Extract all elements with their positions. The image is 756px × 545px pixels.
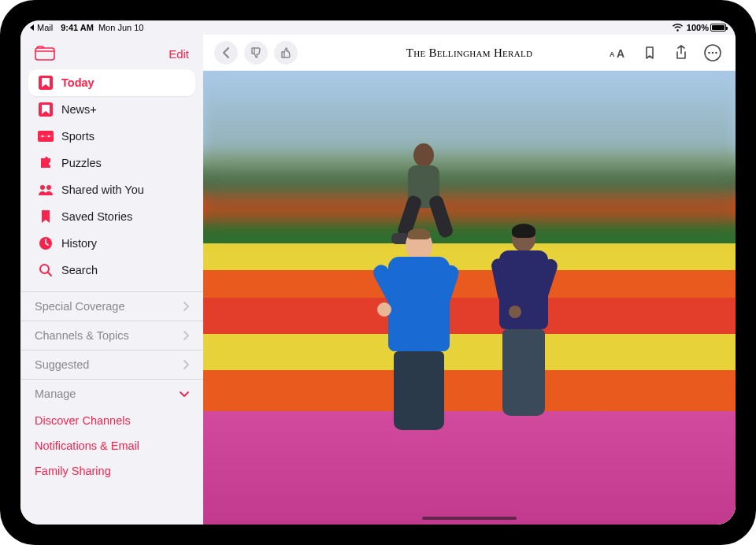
text-size-icon: AA xyxy=(610,46,627,59)
svg-point-14 xyxy=(708,51,710,54)
thumbs-down-icon xyxy=(250,46,262,59)
status-time: 9:41 AM xyxy=(61,23,94,32)
sidebar-header: Edit xyxy=(20,38,203,69)
text-size-button[interactable]: AA xyxy=(606,41,630,65)
chevron-left-icon xyxy=(222,47,230,58)
edit-button[interactable]: Edit xyxy=(169,47,189,61)
wifi-icon xyxy=(672,24,684,32)
section-label: Channels & Topics xyxy=(35,329,129,342)
chevron-right-icon xyxy=(183,360,189,369)
puzzle-icon xyxy=(38,155,54,171)
image-figure xyxy=(406,230,450,430)
section-label: Manage xyxy=(35,387,76,400)
manage-family-sharing[interactable]: Family Sharing xyxy=(20,458,203,484)
manage-item-label: Family Sharing xyxy=(35,465,111,477)
news-icon xyxy=(38,75,54,91)
back-button[interactable] xyxy=(214,41,238,65)
sidebar-item-label: Puzzles xyxy=(61,157,102,169)
share-icon xyxy=(675,45,687,61)
manage-notifications-email[interactable]: Notifications & Email xyxy=(20,433,203,458)
chevron-right-icon xyxy=(183,302,189,311)
section-special-coverage[interactable]: Special Coverage xyxy=(20,291,203,321)
sports-icon xyxy=(38,128,54,144)
search-icon xyxy=(38,262,54,278)
battery-icon xyxy=(710,24,726,32)
status-right: 100% xyxy=(672,23,726,32)
thumbs-up-icon xyxy=(280,46,292,59)
section-label: Special Coverage xyxy=(35,300,124,313)
image-figure xyxy=(413,143,439,208)
device-frame: Mail 9:41 AM Mon Jun 10 100% xyxy=(0,0,756,545)
status-date: Mon Jun 10 xyxy=(98,23,143,32)
status-left: Mail 9:41 AM Mon Jun 10 xyxy=(30,23,143,32)
svg-point-15 xyxy=(712,51,714,54)
section-suggested[interactable]: Suggested xyxy=(20,350,203,379)
ellipsis-circle-icon xyxy=(704,44,721,61)
manage-list: Discover Channels Notifications & Email … xyxy=(20,408,203,484)
back-to-app-caret-icon[interactable] xyxy=(30,24,34,31)
clock-icon xyxy=(38,235,54,251)
sidebar-item-label: Search xyxy=(61,264,98,276)
image-figure xyxy=(512,225,548,416)
svg-text:A: A xyxy=(610,50,615,58)
sidebar-item-search[interactable]: Search xyxy=(28,257,195,284)
svg-text:A: A xyxy=(617,47,624,59)
article-hero-image xyxy=(203,71,736,525)
sidebar-item-history[interactable]: History xyxy=(28,230,195,257)
sidebar-item-sports[interactable]: Sports xyxy=(28,123,195,150)
manage-item-label: Discover Channels xyxy=(35,414,131,427)
manage-discover-channels[interactable]: Discover Channels xyxy=(20,408,203,433)
shared-icon xyxy=(38,182,54,198)
svg-rect-0 xyxy=(35,48,54,60)
save-button[interactable] xyxy=(638,41,662,65)
article-toolbar: The Bellingham Herald AA xyxy=(203,35,736,71)
sidebar-item-label: News+ xyxy=(61,103,97,116)
sidebar-item-label: Saved Stories xyxy=(61,210,132,223)
sidebar-item-puzzles[interactable]: Puzzles xyxy=(28,150,195,176)
sidebar-toggle-icon[interactable] xyxy=(35,46,55,61)
section-label: Suggested xyxy=(35,358,89,371)
sidebar-item-newsplus[interactable]: News+ xyxy=(28,96,195,123)
battery-percent-label: 100% xyxy=(687,23,709,32)
sidebar-item-label: Shared with You xyxy=(61,184,144,196)
chevron-down-icon xyxy=(180,391,189,397)
section-list: Special Coverage Channels & Topics Sugge… xyxy=(20,284,203,408)
publication-title: The Bellingham Herald xyxy=(406,46,533,59)
section-channels-topics[interactable]: Channels & Topics xyxy=(20,321,203,350)
sidebar-item-label: History xyxy=(61,237,97,250)
newsplus-icon xyxy=(38,102,54,117)
status-bar: Mail 9:41 AM Mon Jun 10 100% xyxy=(20,20,736,35)
section-manage[interactable]: Manage xyxy=(20,379,203,408)
sidebar-item-saved[interactable]: Saved Stories xyxy=(28,203,195,230)
sidebar-item-today[interactable]: Today xyxy=(28,69,195,96)
manage-item-label: Notifications & Email xyxy=(35,439,139,452)
nav-list: Today News+ Sports xyxy=(20,69,203,284)
home-indicator[interactable] xyxy=(422,517,517,520)
svg-point-16 xyxy=(715,51,717,54)
sidebar-item-label: Sports xyxy=(61,130,94,143)
svg-point-7 xyxy=(40,185,45,190)
chevron-right-icon xyxy=(183,331,189,340)
dislike-button[interactable] xyxy=(244,41,268,65)
sidebar: Edit Today News+ xyxy=(20,35,203,525)
sidebar-item-label: Today xyxy=(61,76,94,89)
article-content: ••• The Bellingham Herald AA xyxy=(203,35,736,525)
like-button[interactable] xyxy=(274,41,298,65)
bookmark-icon xyxy=(38,209,54,224)
more-button[interactable] xyxy=(701,41,724,65)
battery-indicator: 100% xyxy=(687,23,726,32)
sidebar-item-shared[interactable]: Shared with You xyxy=(28,176,195,203)
svg-rect-6 xyxy=(39,135,52,137)
screen: Mail 9:41 AM Mon Jun 10 100% xyxy=(20,20,736,525)
back-to-app-label[interactable]: Mail xyxy=(37,23,53,32)
bookmark-outline-icon xyxy=(644,46,655,60)
svg-point-8 xyxy=(46,185,51,190)
share-button[interactable] xyxy=(669,41,693,65)
